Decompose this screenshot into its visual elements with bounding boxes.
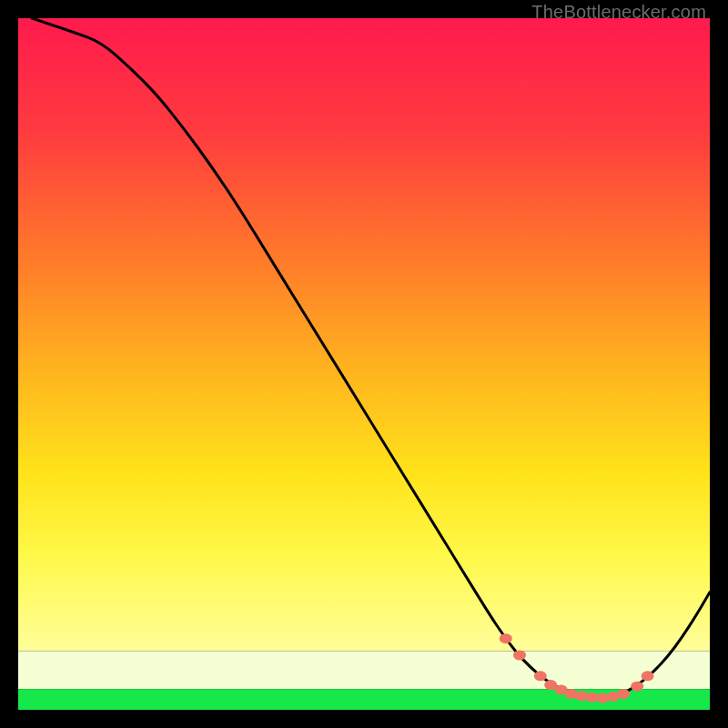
- gradient-background: [18, 18, 710, 651]
- highlight-dot: [617, 689, 630, 699]
- highlight-dot: [513, 651, 526, 661]
- bottleneck-chart: [18, 18, 710, 710]
- highlight-dot: [500, 633, 512, 643]
- highlight-dot: [534, 671, 547, 681]
- chart-frame: [18, 18, 710, 710]
- highlight-dot: [642, 671, 654, 681]
- pale-green-band: [18, 651, 710, 689]
- highlight-dot: [631, 682, 643, 692]
